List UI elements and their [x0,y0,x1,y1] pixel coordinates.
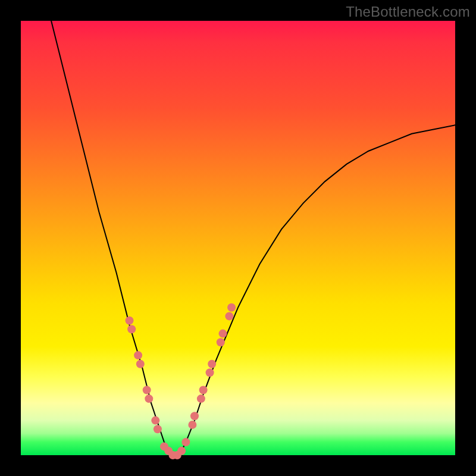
chart-svg [21,21,455,455]
highlight-dot [154,425,162,433]
highlight-dot [126,317,134,325]
chart-container: TheBottleneck.com [0,0,476,476]
highlight-dot [136,360,145,368]
highlight-dot [206,368,214,377]
highlight-dot [225,312,233,320]
watermark-text: TheBottleneck.com [346,4,470,20]
highlight-dot [190,412,199,420]
highlight-dot [199,386,208,394]
bottleneck-curve [51,21,455,455]
highlight-dot [208,360,216,368]
plot-area [21,21,455,455]
highlight-dots [126,303,236,459]
highlight-dot [145,394,153,403]
highlight-dot [217,338,225,346]
highlight-dot [219,330,227,338]
highlight-dot [134,351,142,359]
highlight-dot [197,394,205,403]
highlight-dot [127,325,136,333]
curve-path [51,21,455,455]
highlight-dot [227,303,236,312]
highlight-dot [177,447,186,455]
highlight-dot [188,421,196,429]
highlight-dot [181,438,190,446]
highlight-dot [151,416,159,425]
highlight-dot [143,386,151,394]
